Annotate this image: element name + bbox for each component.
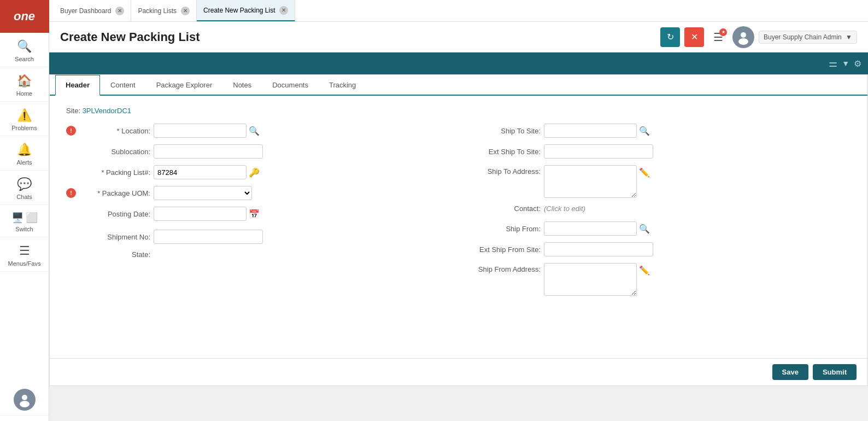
ship-to-address-row: Ship To Address: ✏️ [470,165,851,198]
package-uom-error-icon: ! [66,188,76,198]
save-button[interactable]: Save [772,364,808,380]
tab-close-create-new[interactable]: ✕ [279,6,288,15]
form-content: Site: 3PLVendorDC1 ! * Location: 🔍 [50,96,867,358]
key-icon[interactable]: 🔑 [249,167,260,178]
ship-to-address-textarea[interactable] [544,165,637,198]
sidebar-item-problems[interactable]: ⚠️ Problems [0,102,49,136]
site-link[interactable]: 3PLVendorDC1 [83,107,131,115]
posting-date-input-group: 📅 [154,207,260,221]
user-avatar [732,26,754,48]
user-name-label: Buyer Supply Chain Admin [764,33,842,41]
sidebar-item-label: Home [16,90,32,97]
tab-packing-lists[interactable]: Packing Lists ✕ [131,0,197,21]
ship-from-search-icon[interactable]: 🔍 [639,224,650,234]
ship-from-label: Ship From: [470,225,541,233]
ship-from-input-group: 🔍 [544,221,650,236]
tab-bar: Buyer Dashboard ✕ Packing Lists ✕ Create… [49,0,868,22]
sidebar-item-chats[interactable]: 💬 Chats [0,171,49,205]
ship-to-site-label: Ship To Site: [470,127,541,135]
packing-list-input[interactable] [154,165,247,179]
ship-from-input[interactable] [544,221,637,236]
location-input[interactable] [154,124,247,138]
switch-icon-2: ⬜ [26,212,38,224]
ext-ship-from-site-label: Ext Ship From Site: [470,245,541,254]
columns-icon[interactable]: ⚌ [829,57,837,69]
logo[interactable]: one [0,0,49,33]
settings-icon[interactable]: ⚙ [854,59,861,69]
alerts-icon: 🔔 [17,143,32,157]
submit-button[interactable]: Submit [813,364,857,380]
package-uom-label: * Package UOM: [79,189,150,197]
user-dropdown[interactable]: Buyer Supply Chain Admin ▼ [759,31,857,44]
posting-date-input[interactable] [154,207,247,221]
dark-strip: ⚌ ▼ ⚙ [49,52,868,74]
location-input-group: 🔍 [154,124,260,138]
ship-to-site-row: Ship To Site: 🔍 [470,124,851,138]
posting-date-label: Posting Date: [79,210,150,218]
ext-ship-to-site-row: Ext Ship To Site: [470,144,851,159]
ext-ship-to-site-input[interactable] [544,144,653,159]
svg-point-1 [20,401,30,407]
location-search-icon[interactable]: 🔍 [249,126,260,136]
calendar-icon[interactable]: 📅 [249,209,260,219]
close-button[interactable]: ✕ [684,27,704,47]
ship-from-address-textarea[interactable] [544,263,637,296]
search-icon: 🔍 [17,39,32,54]
strip-dropdown-icon[interactable]: ▼ [842,59,849,68]
contact-click-to-edit[interactable]: (Click to edit) [544,204,585,213]
sublocation-row: Sublocation: [66,144,448,159]
form-left-column: ! * Location: 🔍 Sublocation: [66,124,459,302]
tab-label: Buyer Dashboard [60,7,111,15]
main-content: Buyer Dashboard ✕ Packing Lists ✕ Create… [49,0,868,421]
sidebar-item-label: Search [15,56,34,62]
sidebar-item-user-avatar[interactable] [0,382,49,416]
tab-close-buyer-dashboard[interactable]: ✕ [115,7,124,15]
sidebar-item-home[interactable]: 🏠 Home [0,67,49,102]
ship-to-site-search-icon[interactable]: 🔍 [639,126,650,136]
tab-close-packing-lists[interactable]: ✕ [181,7,190,15]
form-tab-content[interactable]: Content [100,75,146,96]
menu-button[interactable]: ☰ ★ [708,27,728,47]
content-area: ⚌ ▼ ⚙ Header Content Package Explorer No… [49,52,868,421]
package-uom-select[interactable] [154,186,252,200]
sidebar: one 🔍 Search 🏠 Home ⚠️ Problems 🔔 Alerts… [0,0,49,421]
ship-to-address-edit-icon[interactable]: ✏️ [639,167,650,178]
contact-label: Contact: [470,204,541,213]
bottom-bar: Save Submit [50,358,867,385]
location-label: * Location: [79,127,150,135]
sidebar-item-switch[interactable]: 🖥️ ⬜ Switch [0,205,49,237]
ship-from-address-label: Ship From Address: [470,263,541,273]
sidebar-item-label: Alerts [16,159,32,166]
refresh-button[interactable]: ↻ [660,27,680,47]
shipment-no-input[interactable] [154,230,263,244]
sidebar-item-search[interactable]: 🔍 Search [0,33,49,67]
packing-list-input-group: 🔑 [154,165,260,179]
form-tab-notes[interactable]: Notes [222,75,262,96]
tab-buyer-dashboard[interactable]: Buyer Dashboard ✕ [54,0,131,21]
site-info: Site: 3PLVendorDC1 [66,107,851,115]
ext-ship-from-site-input[interactable] [544,242,653,256]
ship-to-site-input-group: 🔍 [544,124,650,138]
chevron-down-icon: ▼ [846,33,852,41]
form-tab-package-explorer[interactable]: Package Explorer [146,75,223,96]
ship-to-address-group: ✏️ [544,165,650,198]
sidebar-item-label: Problems [11,125,37,131]
ship-from-address-row: Ship From Address: ✏️ [470,263,851,296]
package-uom-row: ! * Package UOM: [66,186,448,200]
form-tab-header[interactable]: Header [55,75,100,96]
state-row: State: [66,250,448,259]
packing-list-row: * Packing List#: 🔑 [66,165,448,179]
tab-create-new-packing-list[interactable]: Create New Packing List ✕ [197,0,295,21]
switch-icon: 🖥️ [11,212,24,224]
sidebar-item-menus[interactable]: ☰ Menus/Favs [0,237,49,272]
packing-list-label: * Packing List#: [79,168,150,177]
form-tabs: Header Content Package Explorer Notes Do… [50,75,867,96]
sublocation-input[interactable] [154,144,263,159]
form-tab-documents[interactable]: Documents [262,75,319,96]
sidebar-item-alerts[interactable]: 🔔 Alerts [0,136,49,171]
form-tab-tracking[interactable]: Tracking [319,75,366,96]
ship-from-address-edit-icon[interactable]: ✏️ [639,265,650,276]
home-icon: 🏠 [17,74,32,88]
location-error-icon: ! [66,126,76,136]
ship-to-site-input[interactable] [544,124,637,138]
